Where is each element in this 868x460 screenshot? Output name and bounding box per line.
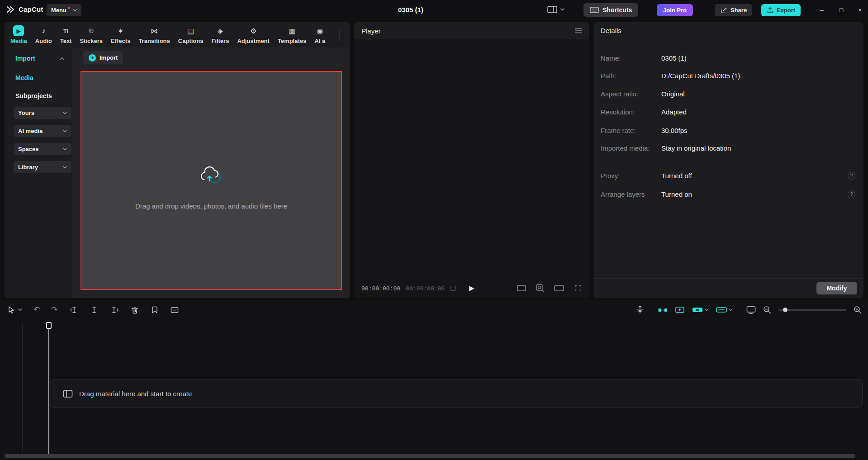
auto-beat-icon[interactable] <box>675 306 685 314</box>
media-sidebar: Import Media Subprojects Yours AI media … <box>5 47 72 298</box>
canvas-size-icon[interactable] <box>554 285 564 291</box>
field-value: Stay in original location <box>661 144 731 153</box>
timeline-zoom-slider[interactable] <box>778 307 846 313</box>
preview-range-icon[interactable] <box>450 286 456 291</box>
tab-effects[interactable]: ✶ Effects <box>107 25 134 44</box>
tab-audio[interactable]: ♪ Audio <box>31 25 56 44</box>
sidebar-item-subprojects[interactable]: Subprojects <box>15 91 52 100</box>
mask-icon[interactable] <box>151 306 159 314</box>
sidebar-item-import[interactable]: Import <box>15 54 35 63</box>
detail-row-path: Path: D:/CapCut Drafts/0305 (1) <box>601 71 856 81</box>
help-icon[interactable]: ? <box>848 172 855 180</box>
modify-button[interactable]: Modify <box>816 282 857 294</box>
field-value: Original <box>661 90 685 99</box>
adjustment-icon: ⚙ <box>248 25 259 36</box>
join-pro-button[interactable]: Join Pro <box>657 4 693 16</box>
tab-transitions[interactable]: ⋈ Transitions <box>134 25 174 44</box>
tab-media[interactable]: ▶ Media <box>6 25 31 44</box>
close-button[interactable]: × <box>852 3 868 17</box>
maximize-button[interactable]: □ <box>834 3 849 17</box>
export-label: Export <box>777 7 795 14</box>
tab-templates[interactable]: ▦ Templates <box>274 25 310 44</box>
sidebar-dropdown-spaces[interactable]: Spaces <box>14 143 71 155</box>
aspect-ratio-icon[interactable] <box>517 285 526 292</box>
play-button[interactable]: ▶ <box>469 284 474 292</box>
menu-button[interactable]: Menu <box>47 4 81 16</box>
track-drop-area[interactable]: Drag material here and start to create <box>50 379 863 408</box>
help-icon[interactable]: ? <box>848 190 855 198</box>
export-icon <box>767 7 773 14</box>
slider-handle[interactable] <box>783 308 787 312</box>
sidebar-dropdown-yours[interactable]: Yours <box>14 107 71 119</box>
share-button[interactable]: Share <box>715 4 752 16</box>
audio-mode-toggle[interactable] <box>716 307 733 313</box>
split-icon[interactable] <box>90 306 99 314</box>
fit-zoom-icon[interactable] <box>536 284 544 292</box>
sidebar-dropdown-ai-media[interactable]: AI media <box>14 125 71 137</box>
link-clips-icon[interactable] <box>658 306 668 314</box>
tab-label: Captions <box>178 38 204 44</box>
plus-icon: + <box>89 54 96 62</box>
tab-label: Audio <box>35 38 52 44</box>
detail-row-resolution: Resolution: Adapted <box>601 108 856 117</box>
tab-adjustment[interactable]: ⚙ Adjustment <box>233 25 274 44</box>
media-dropzone[interactable]: Drag and drop videos, photos, and audio … <box>81 71 342 290</box>
tab-captions[interactable]: ▤ Captions <box>174 25 208 44</box>
sidebar-item-media[interactable]: Media <box>15 73 33 82</box>
chevron-up-icon[interactable] <box>60 57 64 60</box>
zoom-out-icon[interactable] <box>763 306 771 314</box>
playhead-line <box>48 329 49 454</box>
timeline-start-line <box>22 323 23 453</box>
player-title: Player <box>361 27 381 35</box>
select-tool[interactable] <box>7 306 22 314</box>
app-logo: CapCut <box>6 5 43 13</box>
audio-icon: ♪ <box>38 25 49 36</box>
details-title: Details <box>593 22 863 39</box>
export-button[interactable]: Export <box>761 4 801 16</box>
tab-ai[interactable]: ◉ AI a <box>310 25 329 44</box>
player-menu-icon[interactable] <box>575 28 582 33</box>
timeline-body: Drag material here and start to create <box>0 319 868 460</box>
cursor-icon <box>7 306 15 314</box>
tab-stickers[interactable]: ☺ Stickers <box>76 25 107 44</box>
detail-row-arrange-layers: Arrange layers Turned on ? <box>601 190 856 199</box>
timeline-hint-text: Drag material here and start to create <box>79 390 192 398</box>
layout-icon <box>547 6 557 13</box>
track-mode-toggle[interactable] <box>692 307 709 313</box>
fullscreen-icon[interactable] <box>574 284 582 292</box>
sidebar-dropdown-library[interactable]: Library <box>14 161 71 173</box>
field-label: Imported media: <box>601 144 650 153</box>
record-voiceover-icon[interactable] <box>636 305 644 314</box>
chevron-down-icon <box>18 308 22 311</box>
import-button[interactable]: + Import <box>83 51 123 64</box>
undo-icon[interactable]: ↶ <box>33 305 40 314</box>
media-tab-strip: ▶ Media ♪ Audio TI Text ☺ Stickers ✶ Eff… <box>5 22 340 47</box>
layout-switcher[interactable] <box>547 6 564 13</box>
media-icon: ▶ <box>13 25 24 36</box>
detail-row-name: Name: 0305 (1) <box>601 54 856 63</box>
redo-icon[interactable]: ↷ <box>51 305 57 314</box>
overwrite-icon[interactable] <box>170 306 179 314</box>
zoom-in-icon[interactable] <box>854 306 862 314</box>
delete-icon[interactable] <box>130 306 139 314</box>
timeline-scrollbar[interactable] <box>5 454 855 458</box>
field-label: Arrange layers <box>601 190 645 199</box>
tab-text[interactable]: TI Text <box>56 25 76 44</box>
playhead-handle[interactable] <box>46 322 52 329</box>
split-left-icon[interactable] <box>69 306 78 314</box>
dropzone-hint-text: Drag and drop videos, photos, and audio … <box>81 202 341 210</box>
shortcuts-button[interactable]: Shortcuts <box>583 3 638 17</box>
detail-row-imported-media: Imported media: Stay in original locatio… <box>601 144 856 153</box>
share-icon <box>720 7 727 14</box>
capcut-logo-icon <box>6 6 15 13</box>
tab-filters[interactable]: ◈ Filters <box>207 25 233 44</box>
chevron-down-icon <box>560 8 564 11</box>
preview-quality-icon[interactable] <box>746 306 756 314</box>
minimize-button[interactable]: – <box>814 3 830 17</box>
keyboard-icon <box>590 6 599 14</box>
current-time: 00:00:00:00 <box>361 285 400 292</box>
import-button-label: Import <box>100 54 118 61</box>
split-right-icon[interactable] <box>110 306 119 314</box>
total-duration: 00:00:00:00 <box>406 285 445 292</box>
slider-track <box>778 309 846 311</box>
